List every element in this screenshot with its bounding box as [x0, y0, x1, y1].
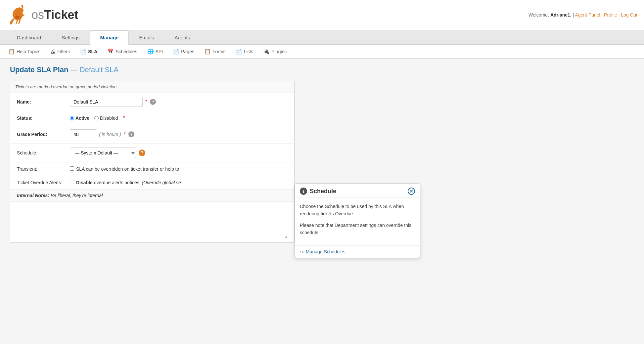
- main-navigation: Dashboard Settings Manage Emails Agents: [0, 30, 644, 45]
- svg-point-6: [15, 15, 20, 19]
- tooltip-header: i Schedule ✕: [295, 184, 420, 198]
- api-icon: 🌐: [147, 48, 154, 55]
- name-required-star: *: [145, 99, 147, 105]
- subnav-help-topics[interactable]: 📋 Help Topics: [7, 47, 42, 56]
- page-content: Update SLA Plan — Default SLA Tickets ar…: [0, 59, 644, 290]
- tooltip-body: Choose the Schedule to be used by this S…: [295, 198, 420, 245]
- nav-item-dashboard[interactable]: Dashboard: [7, 30, 51, 45]
- page-title-main: Update SLA Plan: [10, 65, 68, 74]
- subnav-forms[interactable]: 📋 Forms: [203, 47, 227, 56]
- tooltip-para-1: Choose the Schedule to be used by this S…: [300, 203, 415, 218]
- grace-period-label: Grace Period:: [17, 132, 70, 137]
- sub-navigation: 📋 Help Topics 🖨 Filters 📄 SLA 📅 Schedule…: [0, 45, 644, 59]
- nav-item-emails[interactable]: Emails: [129, 30, 164, 45]
- manage-schedules-text: Manage Schedules: [306, 249, 345, 254]
- grace-period-input[interactable]: [70, 129, 96, 139]
- schedule-field: — System Default — ?: [70, 148, 288, 158]
- manage-schedules-link[interactable]: ↪ Manage Schedules: [300, 249, 415, 254]
- logo: osTicket: [7, 3, 78, 26]
- welcome-text: Welcome,: [529, 12, 550, 18]
- schedules-icon: 📅: [107, 48, 114, 55]
- overdue-text: Disable overdue alerts notices. (Overrid…: [76, 180, 181, 185]
- logo-kangaroo-icon: [7, 3, 30, 26]
- sla-icon: 📄: [80, 48, 86, 55]
- transient-field: SLA can be overridden on ticket transfer…: [70, 166, 288, 172]
- sla-form: Tickets are marked overdue on grace peri…: [10, 81, 295, 243]
- page-title-subtitle: Default SLA: [80, 65, 118, 74]
- form-notice: Tickets are marked overdue on grace peri…: [10, 81, 294, 93]
- logout-link[interactable]: Log Out: [621, 12, 637, 18]
- subnav-plugins[interactable]: 🔌 Plugins: [261, 47, 288, 56]
- nav-item-manage[interactable]: Manage: [90, 30, 129, 45]
- page-title: Update SLA Plan — Default SLA: [10, 65, 634, 74]
- notes-area: [10, 202, 294, 242]
- subnav-filters[interactable]: 🖨 Filters: [49, 48, 71, 56]
- svg-point-4: [21, 5, 24, 8]
- subnav-pages[interactable]: 📄 Pages: [171, 47, 196, 56]
- pages-icon: 📄: [173, 48, 179, 55]
- name-help-icon[interactable]: ?: [150, 99, 156, 105]
- status-disabled-label[interactable]: Disabled: [94, 115, 118, 121]
- nav-item-settings[interactable]: Settings: [51, 30, 90, 45]
- status-radio-group: Active Disabled *: [70, 115, 125, 121]
- name-field: * ?: [70, 97, 288, 107]
- status-disabled-radio[interactable]: [94, 116, 99, 120]
- grace-required-star: *: [124, 131, 126, 137]
- lists-icon: 📄: [236, 48, 242, 55]
- tooltip-info-icon: i: [300, 188, 307, 195]
- tooltip-title-text: Schedule: [310, 188, 336, 195]
- tooltip-footer: ↪ Manage Schedules: [295, 245, 420, 258]
- tooltip-para-2: Please note that Department settings can…: [300, 222, 415, 236]
- logo-text: osTicket: [31, 8, 78, 22]
- filters-icon: 🖨: [50, 49, 56, 55]
- status-required-star: *: [123, 115, 125, 121]
- overdue-alerts-label: Ticket Overdue Alerts:: [17, 180, 70, 185]
- overdue-checkbox-label[interactable]: Disable overdue alerts notices. (Overrid…: [70, 180, 181, 185]
- agent-panel-link[interactable]: Agent Panel: [575, 12, 600, 18]
- subnav-lists[interactable]: 📄 Lists: [234, 47, 255, 56]
- username: Adriane1.: [550, 12, 572, 18]
- grace-help-icon[interactable]: ?: [128, 131, 134, 137]
- in-hours-text: ( in hours ): [99, 132, 121, 137]
- subnav-sla[interactable]: 📄 SLA: [78, 47, 99, 56]
- transient-row: Transient: SLA can be overridden on tick…: [10, 162, 294, 176]
- status-disabled-text: Disabled: [100, 115, 118, 121]
- grace-period-row: Grace Period: ( in hours ) * ?: [10, 125, 294, 144]
- status-active-text: Active: [75, 115, 89, 121]
- profile-link[interactable]: Profile: [604, 12, 617, 18]
- transient-label: Transient:: [17, 166, 70, 172]
- name-label: Name:: [17, 99, 70, 105]
- status-label: Status:: [17, 115, 70, 121]
- tooltip-close-button[interactable]: ✕: [408, 188, 415, 195]
- transient-text: SLA can be overridden on ticket transfer…: [76, 166, 179, 172]
- transient-checkbox-label[interactable]: SLA can be overridden on ticket transfer…: [70, 166, 179, 172]
- internal-notes-textarea[interactable]: [17, 205, 288, 238]
- status-active-label[interactable]: Active: [70, 115, 89, 121]
- schedule-select[interactable]: — System Default —: [70, 148, 136, 158]
- nav-item-agents[interactable]: Agents: [164, 30, 200, 45]
- subnav-schedules[interactable]: 📅 Schedules: [106, 47, 139, 56]
- plugins-icon: 🔌: [263, 48, 270, 55]
- status-row: Status: Active Disabled *: [10, 111, 294, 125]
- tooltip-title: i Schedule: [300, 188, 336, 195]
- internal-notes-label: Internal Notes:: [17, 193, 49, 198]
- header-user-info: Welcome, Adriane1. | Agent Panel | Profi…: [529, 12, 637, 18]
- internal-notes-placeholder: Be liberal, they're internal: [51, 193, 103, 198]
- name-row: Name: * ?: [10, 93, 294, 111]
- schedule-row: Schedule: — System Default — ?: [10, 144, 294, 162]
- schedule-help-icon[interactable]: ?: [139, 150, 145, 156]
- forms-icon: 📋: [204, 48, 211, 55]
- grace-period-field: ( in hours ) * ?: [70, 129, 288, 139]
- schedule-label: Schedule:: [17, 150, 70, 155]
- help-topics-icon: 📋: [8, 48, 15, 55]
- name-input[interactable]: [70, 97, 143, 107]
- status-field: Active Disabled *: [70, 115, 288, 121]
- header: osTicket Welcome, Adriane1. | Agent Pane…: [0, 0, 644, 30]
- schedule-tooltip-popup: i Schedule ✕ Choose the Schedule to be u…: [295, 183, 420, 258]
- transient-checkbox[interactable]: [70, 166, 74, 171]
- subnav-api[interactable]: 🌐 API: [146, 47, 165, 56]
- status-active-radio[interactable]: [70, 116, 74, 120]
- internal-notes-header: Internal Notes: Be liberal, they're inte…: [10, 190, 294, 202]
- overdue-checkbox[interactable]: [70, 180, 74, 184]
- arrow-icon: ↪: [300, 249, 304, 254]
